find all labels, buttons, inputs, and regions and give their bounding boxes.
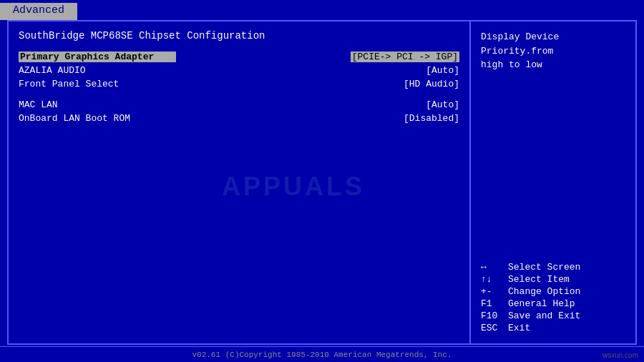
menu-item-advanced[interactable]: Advanced [0,3,77,20]
main-content: SouthBridge MCP68SE Chipset Configuratio… [7,20,637,345]
bottom-text: v02.61 (C)Copyright 1985-2010 American M… [9,351,635,359]
key-f1: F1 [481,298,508,309]
shortcut-general-help: F1 General Help [481,298,625,309]
help-text: Display Device Priority.from high to low [481,30,625,72]
bios-screen: Advanced SouthBridge MCP68SE Chipset Con… [0,0,644,362]
table-row[interactable]: Front Panel Select [HD Audio] [19,79,459,89]
key-select-screen: ↔ [481,262,508,273]
row-label-azalia: AZALIA AUDIO [19,65,176,76]
desc-select-item: Select Item [508,274,570,285]
appuals-watermark: APPUALS [222,172,365,202]
menu-bar: Advanced [0,0,644,20]
table-row[interactable]: AZALIA AUDIO [Auto] [19,65,459,76]
row-label-primary-graphics: Primary Graphics Adapter [19,52,176,62]
right-panel: Display Device Priority.from high to low… [471,21,635,343]
shortcut-select-item: ↑↓ Select Item [481,274,625,285]
desc-select-screen: Select Screen [508,262,580,273]
shortcut-change-option: +- Change Option [481,286,625,297]
shortcut-save-exit: F10 Save and Exit [481,310,625,321]
table-row[interactable]: MAC LAN [Auto] [19,99,459,110]
section-gap [19,92,459,99]
shortcut-table: ↔ Select Screen ↑↓ Select Item +- Change… [481,262,625,335]
key-f10: F10 [481,310,508,321]
left-panel: SouthBridge MCP68SE Chipset Configuratio… [9,21,471,343]
bottom-bar: v02.61 (C)Copyright 1985-2010 American M… [0,346,644,362]
shortcut-select-screen: ↔ Select Screen [481,262,625,273]
desc-exit: Exit [508,323,530,333]
wsxun-watermark: wsxun.com [602,351,638,359]
row-value-front-panel: [HD Audio] [404,79,459,89]
row-value-primary-graphics: [PCIE-> PCI -> IGP] [351,52,459,62]
desc-change-option: Change Option [508,286,580,297]
panel-title: SouthBridge MCP68SE Chipset Configuratio… [19,30,459,41]
row-value-onboard-lan: [Disabled] [404,113,459,124]
row-label-onboard-lan: OnBoard LAN Boot ROM [19,113,176,124]
key-esc: ESC [481,323,508,333]
row-label-front-panel: Front Panel Select [19,79,176,89]
table-row[interactable]: Primary Graphics Adapter [PCIE-> PCI -> … [19,52,459,62]
desc-save-exit: Save and Exit [508,310,580,321]
desc-general-help: General Help [508,298,575,309]
key-select-item: ↑↓ [481,274,508,285]
row-label-mac-lan: MAC LAN [19,99,176,110]
table-row[interactable]: OnBoard LAN Boot ROM [Disabled] [19,113,459,124]
row-value-azalia: [Auto] [426,65,459,76]
row-value-mac-lan: [Auto] [426,99,459,110]
shortcut-exit: ESC Exit [481,323,625,333]
key-change-option: +- [481,286,508,297]
